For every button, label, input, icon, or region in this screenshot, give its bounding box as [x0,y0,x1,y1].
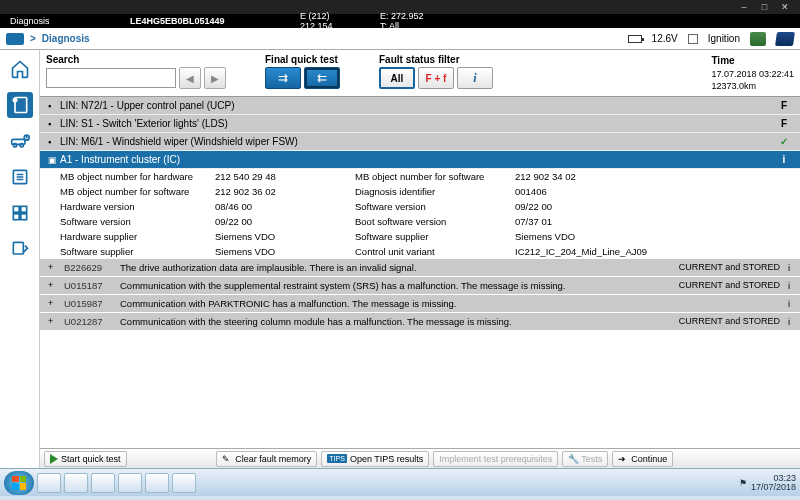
sidebar-home-icon[interactable] [7,56,33,82]
taskbar-item[interactable] [118,473,142,493]
detail-row: Software supplierSiemens VDOControl unit… [40,244,800,259]
fault-row[interactable]: +U015187Communication with the supplemen… [40,277,800,295]
close-button[interactable]: ✕ [776,2,794,12]
taskbar-item[interactable] [172,473,196,493]
header-section: Diagnosis [10,16,100,26]
wrench-icon: 🔧 [568,454,578,464]
fault-code: U015187 [64,280,114,291]
ecu-row[interactable]: ▪LIN: N72/1 - Upper control panel (UCP)F [40,97,800,115]
fault-status: CURRENT and STORED [660,316,780,326]
fault-row[interactable]: +U021287Communication with the steering … [40,313,800,331]
start-quick-test-button[interactable]: Start quick test [44,451,127,467]
fault-message: Communication with PARKTRONIC has a malf… [120,298,654,309]
quicktest-back-button[interactable]: ⇇ [304,67,340,89]
fault-code: B226629 [64,262,114,273]
search-prev-button[interactable]: ◀ [179,67,201,89]
fault-row[interactable]: +B226629The drive authorization data are… [40,259,800,277]
fault-message: Communication with the supplemental rest… [120,280,654,291]
svg-rect-9 [13,214,19,220]
sidebar-list-icon[interactable] [7,164,33,190]
sidebar [0,50,40,468]
ignition-label: Ignition [708,33,740,44]
taskbar-item[interactable] [145,473,169,493]
minimize-button[interactable]: – [735,2,753,12]
open-tips-button[interactable]: TIPSOpen TIPS results [321,451,429,467]
sidebar-tools-icon[interactable] [7,236,33,262]
search-input[interactable] [46,68,176,88]
collapse-icon[interactable]: ▣ [48,155,60,165]
fault-status: CURRENT and STORED [660,262,780,272]
arrow-right-icon: ➔ [618,454,628,464]
breadcrumb-bar: > Diagnosis 12.6V Ignition [0,28,800,50]
svg-rect-8 [20,206,26,212]
detail-row: Software version09/22 00Boot software ve… [40,214,800,229]
expand-icon[interactable]: + [48,298,58,308]
header-model: E (212) 212.154 [300,11,350,31]
detail-row: MB object number for software212 902 36 … [40,184,800,199]
search-next-button[interactable]: ▶ [204,67,226,89]
svg-rect-11 [13,242,23,254]
filter-ff-button[interactable]: F + f [418,67,454,89]
action-bar: Start quick test ✎Clear fault memory TIP… [40,448,800,468]
expand-icon[interactable]: + [48,316,58,326]
svg-rect-10 [20,214,26,220]
battery-icon [628,35,642,43]
tests-button: 🔧Tests [562,451,608,467]
quicktest-label: Final quick test [265,54,375,65]
taskbar-item[interactable] [37,473,61,493]
ecu-list[interactable]: ▪LIN: N72/1 - Upper control panel (UCP)F… [40,97,800,448]
start-button[interactable] [4,471,34,495]
header-engine: E: 272.952 T: All [380,11,430,31]
expand-icon[interactable]: ▪ [48,119,60,129]
window-controls: – □ ✕ [735,2,794,12]
fault-code: U021287 [64,316,114,327]
expand-icon[interactable]: + [48,262,58,272]
svg-rect-7 [13,206,19,212]
time-value: 17.07.2018 03:22:41 [711,69,794,81]
fault-message: Communication with the steering column m… [120,316,654,327]
breadcrumb-current: Diagnosis [42,33,90,44]
tray-clock[interactable]: 03:23 17/07/2018 [751,474,796,492]
expand-icon[interactable]: + [48,280,58,290]
tray-flag-icon[interactable]: ⚑ [739,478,747,488]
tips-icon: TIPS [327,454,347,463]
ignition-checkbox[interactable] [688,34,698,44]
header-vin: LE4HG5EB0BL051449 [130,16,270,26]
print-icon[interactable] [750,32,766,46]
vehicle-icon[interactable] [6,33,24,45]
fault-code: U015987 [64,298,114,309]
quicktest-forward-button[interactable]: ⇉ [265,67,301,89]
sidebar-vehicle-alert-icon[interactable] [7,128,33,154]
ecu-row[interactable]: ▪LIN: S1 - Switch 'Exterior lights' (LDS… [40,115,800,133]
taskbar-item[interactable] [91,473,115,493]
clear-fault-button[interactable]: ✎Clear fault memory [216,451,317,467]
search-label: Search [46,54,261,65]
expand-icon[interactable]: ▪ [48,137,60,147]
system-tray[interactable]: ⚑ 03:23 17/07/2018 [739,474,796,492]
detail-row: Hardware version08/46 00Software version… [40,199,800,214]
taskbar-item[interactable] [64,473,88,493]
eraser-icon: ✎ [222,454,232,464]
play-icon [50,454,58,464]
maximize-button[interactable]: □ [755,2,773,12]
sidebar-grid-icon[interactable] [7,200,33,226]
app-header: Diagnosis LE4HG5EB0BL051449 E (212) 212.… [0,14,800,28]
help-book-icon[interactable] [775,32,795,46]
filter-i-button[interactable]: i [457,67,493,89]
breadcrumb-sep: > [30,33,36,44]
os-taskbar[interactable]: ⚑ 03:23 17/07/2018 [0,468,800,496]
fault-row[interactable]: +U015987Communication with PARKTRONIC ha… [40,295,800,313]
expand-icon[interactable]: ▪ [48,101,60,111]
filter-all-button[interactable]: All [379,67,415,89]
prereq-button: Implement test prerequisites [433,451,558,467]
content-pane: Search ◀ ▶ Final quick test ⇉ ⇇ Fault st… [40,50,800,468]
ecu-row[interactable]: ▪LIN: M6/1 - Windshield wiper (Windshiel… [40,133,800,151]
time-box: Time 17.07.2018 03:22:41 12373.0km [711,54,794,92]
detail-row: MB object number for hardware212 540 29 … [40,169,800,184]
distance-value: 12373.0km [711,81,794,93]
fault-status: CURRENT and STORED [660,280,780,290]
fault-message: The drive authorization data are implaus… [120,262,654,273]
sidebar-diagnosis-icon[interactable] [7,92,33,118]
ecu-row-expanded[interactable]: ▣ A1 - Instrument cluster (IC) i [40,151,800,169]
continue-button[interactable]: ➔Continue [612,451,673,467]
